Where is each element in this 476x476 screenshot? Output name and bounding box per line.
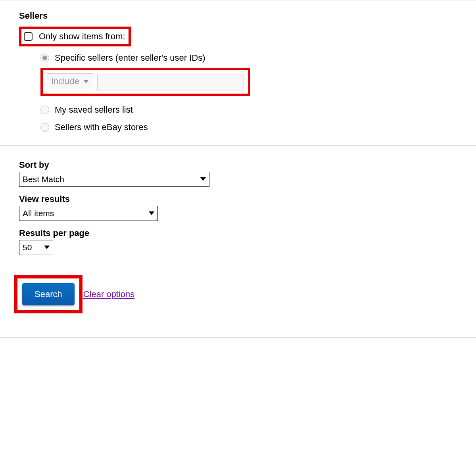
- radio-ebay-stores-label: Sellers with eBay stores: [55, 122, 148, 132]
- results-per-page-value: 50: [23, 243, 36, 252]
- footer-section: Search Clear options: [0, 264, 476, 338]
- search-button[interactable]: Search: [22, 283, 75, 305]
- include-exclude-select[interactable]: Include: [47, 73, 93, 89]
- highlight-search: Search: [14, 275, 83, 313]
- radio-specific-sellers-label: Specific sellers (enter seller's user ID…: [55, 53, 205, 63]
- chevron-down-icon: [83, 80, 89, 83]
- radio-saved-sellers-label: My saved sellers list: [55, 105, 133, 115]
- seller-radio-group: Specific sellers (enter seller's user ID…: [40, 53, 476, 132]
- sellers-heading: Sellers: [19, 11, 476, 21]
- clear-options-link[interactable]: Clear options: [83, 289, 135, 299]
- seller-ids-input[interactable]: [97, 75, 244, 90]
- chevron-down-icon: [44, 246, 50, 249]
- include-exclude-value: Include: [51, 76, 79, 86]
- view-results-select[interactable]: All items: [19, 206, 158, 221]
- chevron-down-icon: [200, 177, 206, 181]
- chevron-down-icon: [149, 211, 154, 215]
- radio-ebay-stores[interactable]: [40, 123, 49, 132]
- view-results-value: All items: [23, 209, 141, 218]
- highlight-only-show: Only show items from:: [19, 27, 131, 46]
- only-show-label: Only show items from:: [39, 31, 125, 42]
- results-per-page-label: Results per page: [19, 228, 476, 238]
- only-show-checkbox[interactable]: [24, 32, 33, 41]
- highlight-include-row: Include: [40, 68, 250, 96]
- results-per-page-select[interactable]: 50: [19, 240, 53, 255]
- radio-saved-sellers[interactable]: [40, 106, 49, 114]
- sort-by-label: Sort by: [19, 160, 476, 170]
- sort-by-select[interactable]: Best Match: [19, 172, 209, 187]
- sort-by-value: Best Match: [23, 175, 192, 184]
- radio-specific-sellers[interactable]: [40, 54, 49, 62]
- display-options-section: Sort by Best Match View results All item…: [0, 146, 476, 264]
- view-results-label: View results: [19, 194, 476, 204]
- sellers-section: Sellers Only show items from: Specific s…: [0, 0, 476, 146]
